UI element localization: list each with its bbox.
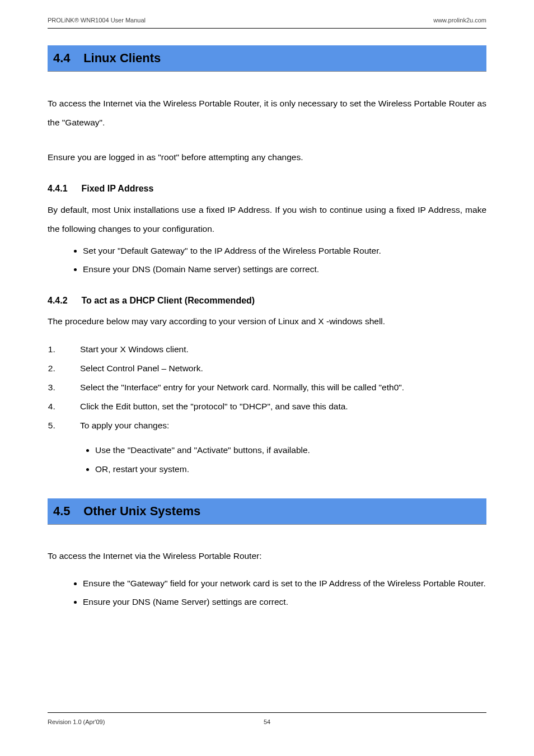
section-title: Linux Clients (83, 51, 161, 65)
list-item: Start your X Windows client. (58, 340, 486, 359)
sub-bullet-list: Use the "Deactivate" and "Activate" butt… (76, 441, 486, 479)
list-item: To apply your changes: (58, 416, 486, 435)
bullet-list: Set your "Default Gateway" to the IP Add… (63, 242, 486, 278)
section-number: 4.4 (53, 51, 80, 66)
page-header: PROLiNK® WNR1004 User Manual www.prolink… (48, 17, 486, 29)
list-item: Use the "Deactivate" and "Activate" butt… (95, 441, 486, 460)
list-item: Ensure your DNS (Name Server) settings a… (83, 593, 486, 612)
subsection-title: Fixed IP Address (81, 184, 153, 193)
section-number: 4.5 (53, 504, 80, 519)
sub-heading-4-4-1: 4.4.1 Fixed IP Address (48, 184, 486, 194)
paragraph: To access the Internet via the Wireless … (48, 547, 486, 564)
list-item: Select the "Interface" entry for your Ne… (58, 378, 486, 397)
subsection-number: 4.4.1 (48, 184, 79, 194)
paragraph: By default, most Unix installations use … (48, 200, 486, 239)
list-item: Set your "Default Gateway" to the IP Add… (83, 242, 486, 260)
list-item: OR, restart your system. (95, 460, 486, 479)
page-footer: Revision 1.0 (Apr'09) 54 (48, 712, 486, 725)
section-title: Other Unix Systems (83, 504, 200, 518)
subsection-number: 4.4.2 (48, 296, 79, 306)
numbered-list: Start your X Windows client. Select Cont… (48, 340, 486, 435)
list-item: Select Control Panel – Network. (58, 359, 486, 378)
sub-heading-4-4-2: 4.4.2 To act as a DHCP Client (Recommend… (48, 296, 486, 306)
list-item: Click the Edit button, set the "protocol… (58, 397, 486, 416)
footer-page-number: 54 (264, 718, 270, 725)
header-left: PROLiNK® WNR1004 User Manual (48, 17, 146, 24)
paragraph: Ensure you are logged in as "root" befor… (48, 148, 486, 167)
list-item: Ensure the "Gateway" field for your netw… (83, 575, 486, 593)
subsection-title: To act as a DHCP Client (Recommended) (81, 296, 255, 305)
bullet-list: Ensure the "Gateway" field for your netw… (63, 575, 486, 611)
section-heading-4-5: 4.5 Other Unix Systems (48, 498, 486, 525)
section-heading-4-4: 4.4 Linux Clients (48, 45, 486, 72)
list-item: Ensure your DNS (Domain Name server) set… (83, 260, 486, 279)
paragraph: The procedure below may vary according t… (48, 312, 486, 330)
header-right: www.prolink2u.com (433, 17, 486, 24)
paragraph: To access the Internet via the Wireless … (48, 94, 486, 132)
